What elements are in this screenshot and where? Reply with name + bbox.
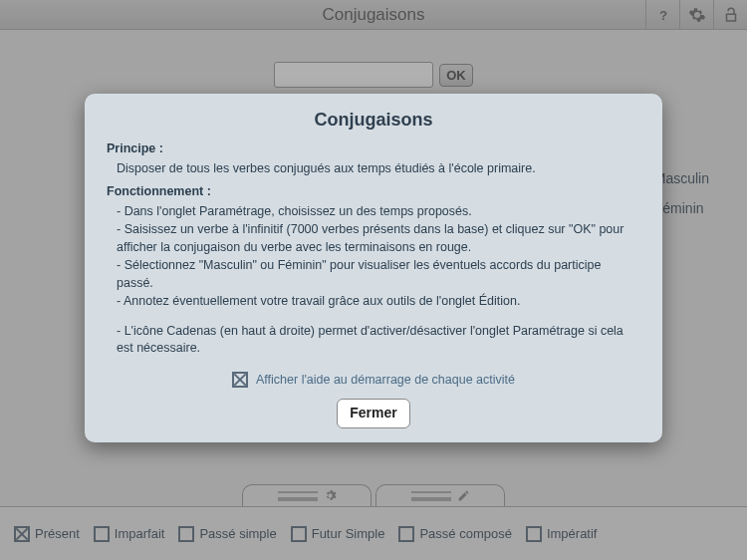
instruction-line: - Dans l'onglet Paramétrage, choisissez … (117, 203, 640, 221)
checkbox-icon (232, 372, 248, 388)
principe-text: Disposer de tous les verbes conjugués au… (117, 160, 640, 178)
modal-overlay: Conjugaisons Principe : Disposer de tous… (0, 0, 747, 560)
instruction-line: - Annotez éventuellement votre travail g… (117, 293, 640, 311)
close-button[interactable]: Fermer (337, 399, 409, 428)
instruction-line: - Saisissez un verbe à l'infinitif (7000… (117, 221, 640, 256)
principe-heading: Principe : (107, 140, 640, 158)
instruction-line: - L'icône Cadenas (en haut à droite) per… (117, 323, 640, 358)
show-help-label: Afficher l'aide au démarrage de chaque a… (256, 372, 515, 390)
dialog-title: Conjugaisons (107, 108, 640, 133)
help-dialog: Conjugaisons Principe : Disposer de tous… (85, 94, 662, 442)
fonctionnement-heading: Fonctionnement : (107, 183, 640, 201)
show-help-toggle[interactable]: Afficher l'aide au démarrage de chaque a… (107, 372, 640, 390)
instruction-line: - Sélectionnez "Masculin" ou Féminin" po… (117, 257, 640, 292)
